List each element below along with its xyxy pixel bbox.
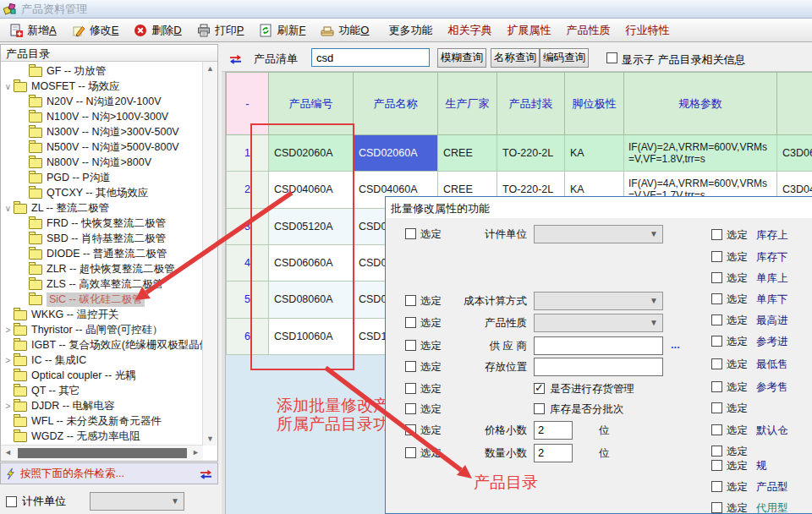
tree-item[interactable]: QTCXY -- 其他场效应	[18, 185, 149, 200]
table-cell[interactable]: CSD10060A	[269, 319, 354, 355]
expander-closed-icon[interactable]: >	[3, 402, 14, 411]
tree-item[interactable]: Optical coupler -- 光耦	[3, 368, 136, 383]
table-header-cell[interactable]: 规格参数	[624, 72, 777, 135]
field-combobox[interactable]: ▼	[534, 225, 663, 243]
tree-item[interactable]: DIODE -- 普通整流二极管	[18, 246, 167, 261]
table-cell[interactable]: CSD04060A	[269, 172, 354, 208]
toolbar-button-7[interactable]: 更多功能	[376, 20, 440, 41]
table-cell[interactable]: TO-220-2L	[497, 135, 565, 172]
select-checkbox[interactable]	[711, 402, 722, 413]
field-checkbox[interactable]	[534, 403, 545, 414]
swap-icon[interactable]	[199, 468, 213, 479]
select-checkbox[interactable]	[711, 293, 722, 304]
select-checkbox[interactable]	[711, 481, 722, 492]
table-header-cell[interactable]: 脚位极性	[565, 72, 624, 135]
field-number-input[interactable]: 2	[534, 421, 573, 440]
tree-item[interactable]: >IC -- 集成IC	[3, 353, 86, 368]
tree-item[interactable]: ZLR -- 超快恢复整流二极管	[18, 261, 174, 276]
field-input[interactable]	[534, 358, 663, 376]
row-number-cell[interactable]: 4	[226, 245, 269, 282]
scrollbar-thumb[interactable]	[18, 448, 187, 458]
table-cell[interactable]: IF(AV)=2A,VRRM=600V,VRMs=V,VF=1.8V,trr=s	[624, 135, 777, 172]
field-combobox[interactable]: ▼	[534, 314, 663, 332]
select-checkbox[interactable]	[711, 314, 722, 325]
tree-item[interactable]: N20V -- N沟道20V-100V	[18, 94, 161, 109]
tree-item[interactable]: N800V -- N沟道>800V	[18, 155, 151, 170]
table-cell[interactable]: KA	[565, 135, 624, 172]
tree-item[interactable]: WFL -- 未分类及新奇元器件	[3, 413, 162, 429]
scroll-up-icon[interactable]: ▲	[203, 62, 217, 75]
table-cell[interactable]: CSD05120A	[269, 209, 354, 245]
field-checkbox[interactable]	[534, 383, 545, 394]
select-checkbox[interactable]	[405, 317, 416, 328]
field-combobox[interactable]: ▼	[534, 292, 663, 310]
toolbar-button-3[interactable]: 删除D	[126, 20, 189, 41]
select-checkbox[interactable]	[405, 424, 416, 435]
select-checkbox[interactable]	[711, 424, 722, 435]
tree-item[interactable]: N100V -- N沟>100V-300V	[18, 109, 168, 124]
toolbar-link-1[interactable]: 相关字典	[447, 23, 491, 38]
scroll-down-icon[interactable]: ▼	[203, 432, 217, 446]
select-checkbox[interactable]	[711, 358, 722, 369]
expander-open-icon[interactable]: ∨	[3, 82, 14, 91]
table-header-cell[interactable]	[777, 72, 812, 135]
unit-filter-checkbox[interactable]	[6, 496, 17, 507]
show-subcatalog-checkbox[interactable]	[606, 52, 617, 63]
toolbar-button-2[interactable]: 修改E	[64, 20, 127, 41]
table-header-cell[interactable]: -	[226, 72, 269, 135]
tree-item[interactable]: WGDZ -- 无感功率电阻	[3, 429, 140, 444]
swap-icon[interactable]	[228, 52, 243, 68]
row-number-cell[interactable]: 2	[226, 172, 269, 208]
select-checkbox[interactable]	[405, 383, 416, 394]
select-checkbox[interactable]	[711, 502, 722, 513]
select-checkbox[interactable]	[405, 361, 416, 372]
tree-item[interactable]: SiC -- 碳化硅二极管	[18, 292, 145, 307]
expander-closed-icon[interactable]: >	[3, 325, 14, 335]
query-button-2[interactable]: 名称查询	[491, 48, 540, 68]
tree-item[interactable]: >DJDR -- 电解电容	[3, 398, 115, 413]
row-number-cell[interactable]: 5	[226, 282, 269, 318]
row-number-cell[interactable]: 1	[226, 135, 269, 172]
tree-item[interactable]: ∨MOSFET -- 场效应	[3, 79, 120, 94]
toolbar-button-5[interactable]: 刷新F	[251, 20, 313, 41]
unit-filter-combobox[interactable]: ▼	[90, 492, 184, 511]
table-cell[interactable]: CSD02060A	[269, 135, 354, 172]
table-cell[interactable]: CSD06060A	[269, 245, 354, 282]
expander-closed-icon[interactable]: >	[3, 356, 14, 365]
tree-item[interactable]: SBD -- 肖特基整流二极管	[18, 231, 166, 246]
query-button-3[interactable]: 编码查询	[540, 48, 589, 68]
search-input[interactable]	[311, 48, 430, 67]
table-header-cell[interactable]: 产品名称	[354, 72, 438, 135]
select-checkbox[interactable]	[405, 340, 416, 351]
toolbar-button-6[interactable]: 功能O	[313, 20, 376, 41]
tree-item[interactable]: N300V -- N沟道>300V-500V	[18, 124, 179, 139]
scroll-right-icon[interactable]: ►	[189, 446, 203, 459]
table-header-cell[interactable]: 生产厂家	[438, 72, 497, 135]
field-input[interactable]	[534, 336, 663, 355]
table-cell[interactable]: CREE	[438, 135, 497, 172]
tree-item[interactable]: QT -- 其它	[3, 383, 80, 398]
select-checkbox[interactable]	[405, 295, 416, 306]
table-cell[interactable]: CSD08060A	[269, 282, 354, 318]
more-button[interactable]: ...	[671, 338, 680, 351]
select-checkbox[interactable]	[711, 229, 722, 240]
row-number-cell[interactable]: 6	[226, 319, 269, 355]
field-number-input[interactable]: 2	[534, 444, 573, 462]
query-button-1[interactable]: 模糊查询	[437, 48, 486, 68]
tree-item[interactable]: FRD -- 快恢复整流二极管	[18, 216, 166, 231]
select-checkbox[interactable]	[711, 446, 722, 457]
table-cell[interactable]: CSD02060A	[354, 135, 438, 172]
table-header-cell[interactable]: 产品编号	[269, 72, 354, 135]
select-checkbox[interactable]	[711, 251, 722, 262]
tree-item[interactable]: IGBT -- 复合场效应(绝缘栅双极型晶体管	[3, 337, 203, 353]
select-checkbox[interactable]	[405, 447, 416, 458]
tree-item[interactable]: GF -- 功放管	[18, 63, 106, 79]
select-checkbox[interactable]	[405, 403, 416, 414]
toolbar-link-4[interactable]: 行业特性	[625, 23, 669, 38]
condition-search-label[interactable]: 按照下面的条件检索...	[20, 467, 199, 481]
select-checkbox[interactable]	[711, 272, 722, 283]
select-checkbox[interactable]	[711, 460, 722, 471]
toolbar-link-2[interactable]: 扩展属性	[507, 23, 551, 38]
tree-item[interactable]: WKKG -- 温控开关	[3, 307, 118, 322]
tree-item[interactable]: ZLS -- 高效率整流二极管	[18, 276, 163, 292]
